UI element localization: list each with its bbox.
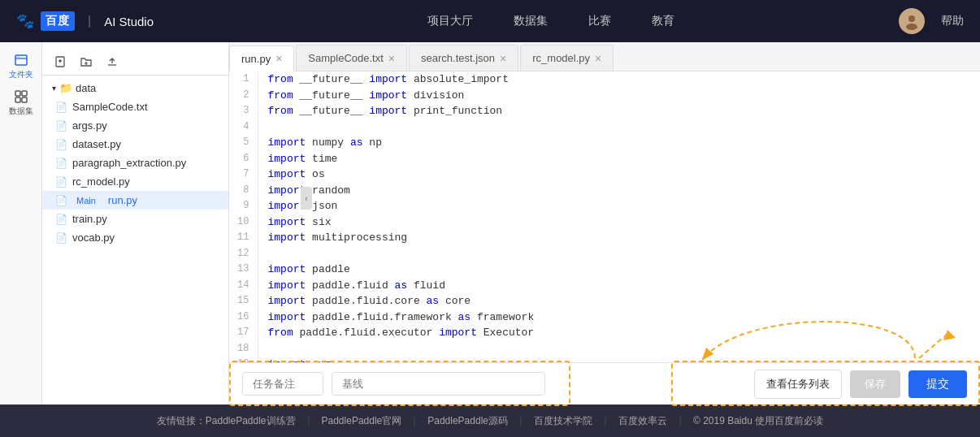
list-item[interactable]: 📄 args.py bbox=[42, 116, 228, 135]
sidebar-item-files[interactable]: 文件夹 bbox=[5, 50, 37, 83]
table-row: 12 bbox=[229, 246, 980, 262]
file-icon: 📄 bbox=[55, 232, 67, 244]
baseline-input[interactable] bbox=[332, 372, 545, 396]
table-row: 9import json bbox=[229, 198, 980, 214]
table-row: 18 bbox=[229, 341, 980, 357]
file-icon: 📄 bbox=[55, 139, 67, 150]
tab-close-icon[interactable]: × bbox=[275, 53, 282, 64]
table-row: 6import time bbox=[229, 151, 980, 167]
file-icon: 📄 bbox=[55, 176, 67, 188]
nav-projects[interactable]: 项目大厅 bbox=[427, 14, 473, 28]
code-editor[interactable]: 1from __future__ import absolute_import … bbox=[229, 71, 980, 362]
table-row: 13import paddle bbox=[229, 262, 980, 278]
footer-link-paddlecamp[interactable]: PaddlePaddle训练营 bbox=[206, 414, 296, 428]
help-link[interactable]: 帮助 bbox=[941, 14, 964, 28]
sidebar-icons: 文件夹 数据集 bbox=[0, 42, 42, 405]
list-item[interactable]: 📄 paragraph_extraction.py bbox=[42, 154, 228, 172]
table-row: 5import numpy as np bbox=[229, 135, 980, 151]
logo: 🐾 百度 | AI Studio bbox=[16, 11, 154, 31]
table-row: 16import paddle.fluid.framework as frame… bbox=[229, 309, 980, 326]
tabs-bar: run.py × SampleCode.txt × search.test.js… bbox=[229, 42, 980, 71]
list-item[interactable]: 📄 train.py bbox=[42, 210, 228, 228]
task-note-input[interactable] bbox=[242, 372, 323, 396]
list-item[interactable]: 📄 Main run.py bbox=[42, 191, 228, 210]
collapse-arrow[interactable]: ‹ bbox=[301, 187, 312, 210]
svg-rect-6 bbox=[22, 97, 27, 102]
footer-separator: ｜ bbox=[410, 414, 419, 428]
list-item[interactable]: 📄 dataset.py bbox=[42, 135, 228, 154]
table-row: 2from __future__ import division bbox=[229, 88, 980, 104]
new-file-btn[interactable] bbox=[52, 54, 68, 70]
table-row: 3from __future__ import print_function bbox=[229, 103, 980, 119]
sidebar-datasets-label: 数据集 bbox=[9, 106, 33, 117]
main-badge: Main bbox=[72, 195, 100, 206]
bottom-toolbar: 查看任务列表 保存 提交 bbox=[229, 362, 980, 405]
footer: 友情链接： PaddlePaddle训练营 ｜ PaddlePaddle官网 ｜… bbox=[0, 405, 980, 437]
svg-rect-3 bbox=[15, 91, 20, 96]
tab-samplecode[interactable]: SampleCode.txt × bbox=[296, 45, 407, 71]
file-name: paragraph_extraction.py bbox=[72, 157, 186, 169]
main-nav: 项目大厅 数据集 比赛 教育 bbox=[202, 14, 899, 28]
editor-wrapper: run.py × SampleCode.txt × search.test.js… bbox=[229, 42, 980, 405]
header-right: 帮助 bbox=[899, 8, 964, 34]
table-row: 7import os bbox=[229, 167, 980, 183]
sidebar-item-datasets[interactable]: 数据集 bbox=[5, 87, 37, 119]
avatar[interactable] bbox=[899, 8, 925, 34]
file-icon: 📄 bbox=[55, 158, 67, 169]
chevron-down-icon: ▾ bbox=[52, 84, 56, 93]
tab-run-py[interactable]: run.py × bbox=[229, 45, 294, 71]
list-item[interactable]: 📄 vocab.py bbox=[42, 228, 228, 247]
folder-icon: 📁 bbox=[59, 82, 72, 94]
studio-text: AI Studio bbox=[104, 15, 154, 28]
footer-link-cloud[interactable]: 百度效率云 bbox=[618, 414, 667, 428]
file-tree-toolbar bbox=[42, 49, 228, 76]
table-row: 11import multiprocessing bbox=[229, 230, 980, 246]
footer-link-paddlehome[interactable]: PaddlePaddle官网 bbox=[322, 414, 402, 428]
file-name: args.py bbox=[72, 119, 107, 132]
nav-competition[interactable]: 比赛 bbox=[588, 14, 611, 28]
footer-separator: ｜ bbox=[304, 414, 314, 428]
file-tree: ▾ 📁 data 📄 SampleCode.txt 📄 args.py 📄 da… bbox=[42, 42, 229, 405]
new-folder-btn[interactable] bbox=[78, 54, 94, 70]
list-item[interactable]: 📄 rc_model.py bbox=[42, 172, 228, 191]
list-item[interactable]: 📄 SampleCode.txt bbox=[42, 97, 228, 116]
tab-close-icon[interactable]: × bbox=[500, 53, 506, 64]
file-name: run.py bbox=[108, 194, 137, 206]
table-row: 8import random bbox=[229, 183, 980, 199]
baidu-text: 百度 bbox=[41, 11, 75, 31]
file-name: SampleCode.txt bbox=[72, 101, 148, 113]
file-name: train.py bbox=[72, 213, 107, 225]
footer-separator: ｜ bbox=[675, 414, 685, 428]
table-row: 19import sys bbox=[229, 357, 980, 362]
footer-separator: ｜ bbox=[601, 414, 610, 428]
task-list-button[interactable]: 查看任务列表 bbox=[754, 370, 842, 399]
submit-button[interactable]: 提交 bbox=[908, 370, 967, 398]
folder-data[interactable]: ▾ 📁 data bbox=[42, 79, 228, 97]
svg-point-0 bbox=[908, 15, 915, 22]
nav-education[interactable]: 教育 bbox=[652, 14, 674, 28]
file-icon: 📄 bbox=[55, 120, 67, 132]
upload-btn[interactable] bbox=[104, 54, 120, 70]
table-row: 4 bbox=[229, 119, 980, 136]
table-row: 10import six bbox=[229, 214, 980, 231]
footer-link-paddlesrc[interactable]: PaddlePaddle源码 bbox=[427, 414, 508, 428]
table-row: 14import paddle.fluid as fluid bbox=[229, 278, 980, 294]
tab-close-icon[interactable]: × bbox=[388, 53, 395, 64]
logo-divider: | bbox=[88, 14, 91, 28]
nav-datasets[interactable]: 数据集 bbox=[514, 14, 548, 28]
sidebar-files-label: 文件夹 bbox=[9, 69, 33, 80]
footer-prefix: 友情链接： bbox=[157, 414, 206, 428]
file-name: vocab.py bbox=[72, 231, 115, 244]
file-icon: 📄 bbox=[55, 214, 67, 225]
tab-label: search.test.json bbox=[421, 52, 495, 64]
file-name: dataset.py bbox=[72, 138, 121, 150]
footer-link-academy[interactable]: 百度技术学院 bbox=[534, 414, 592, 428]
folder-name: data bbox=[76, 82, 96, 94]
file-name: rc_model.py bbox=[72, 175, 130, 188]
tab-rc-model[interactable]: rc_model.py × bbox=[520, 45, 614, 71]
code-table: 1from __future__ import absolute_import … bbox=[229, 71, 980, 362]
tab-search-test[interactable]: search.test.json × bbox=[409, 45, 518, 71]
save-button[interactable]: 保存 bbox=[850, 370, 900, 398]
tab-close-icon[interactable]: × bbox=[595, 53, 601, 64]
file-icon: 📄 bbox=[55, 102, 67, 113]
